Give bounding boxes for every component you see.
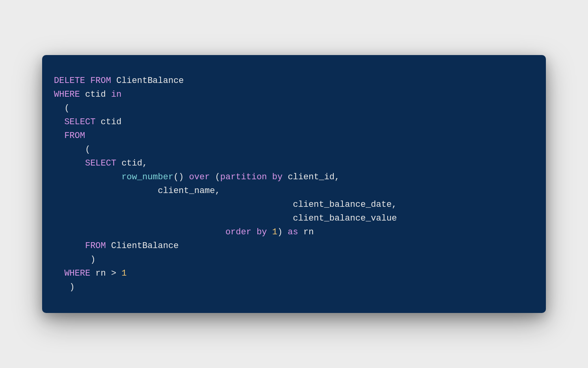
code-line-4: SELECT ctid <box>54 115 534 129</box>
number-literal: 1 <box>272 227 277 237</box>
keyword-by: by <box>272 172 283 182</box>
keyword-where: WHERE <box>54 90 80 99</box>
keyword-as: as <box>288 227 298 237</box>
keyword-order: order <box>226 227 251 237</box>
code-line-13: FROM ClientBalance <box>54 239 534 253</box>
code-line-11: client_balance_value <box>54 212 534 225</box>
keyword-by: by <box>257 227 267 237</box>
keyword-over: over <box>189 172 210 182</box>
keyword-from: FROM <box>85 241 106 251</box>
code-line-3: ( <box>54 101 534 115</box>
code-line-8: row_number() over (partition by client_i… <box>54 170 534 184</box>
keyword-where: WHERE <box>64 269 90 278</box>
code-line-14: ) <box>54 253 534 267</box>
code-line-12: order by 1) as rn <box>54 225 534 239</box>
code-line-10: client_balance_date, <box>54 198 534 212</box>
operator-gt: > <box>111 269 116 278</box>
number-literal: 1 <box>122 269 127 278</box>
code-line-5: FROM <box>54 129 534 143</box>
keyword-partition: partition <box>220 172 267 182</box>
keyword-from: FROM <box>90 76 111 86</box>
code-line-9: client_name, <box>54 184 534 198</box>
code-line-2: WHERE ctid in <box>54 88 534 101</box>
code-block: DELETE FROM ClientBalance WHERE ctid in … <box>42 55 546 313</box>
keyword-select: SELECT <box>85 158 116 168</box>
table-name: ClientBalance <box>111 76 184 86</box>
keyword-in: in <box>111 90 121 99</box>
code-line-6: ( <box>54 143 534 156</box>
code-line-15: WHERE rn > 1 <box>54 267 534 280</box>
keyword-delete: DELETE <box>54 76 85 86</box>
code-line-7: SELECT ctid, <box>54 156 534 170</box>
code-line-16: ) <box>54 280 534 294</box>
function-row-number: row_number <box>122 172 174 182</box>
keyword-from: FROM <box>64 131 85 141</box>
code-line-1: DELETE FROM ClientBalance <box>54 74 534 88</box>
keyword-select: SELECT <box>64 117 95 127</box>
